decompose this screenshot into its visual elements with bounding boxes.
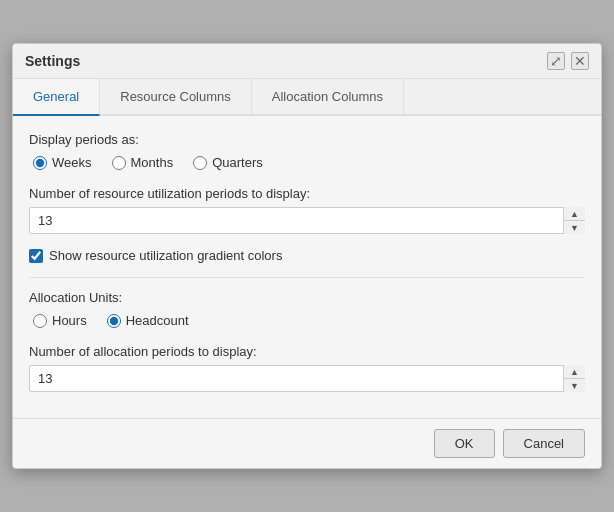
- allocation-periods-label: Number of allocation periods to display:: [29, 344, 585, 359]
- period-radio-months[interactable]: [112, 156, 126, 170]
- allocation-radio-group: Hours Headcount: [33, 313, 585, 328]
- tab-resource-columns[interactable]: Resource Columns: [100, 79, 252, 114]
- close-icon[interactable]: ✕: [571, 52, 589, 70]
- dialog-content: Display periods as: Weeks Months Quarter…: [13, 116, 601, 418]
- allocation-radio-headcount[interactable]: [107, 314, 121, 328]
- allocation-periods-spinner: ▲ ▼: [563, 365, 585, 392]
- dialog-title: Settings: [25, 53, 80, 69]
- titlebar-icons: ⤢ ✕: [547, 52, 589, 70]
- period-radio-group: Weeks Months Quarters: [33, 155, 585, 170]
- display-periods-label: Display periods as:: [29, 132, 585, 147]
- period-label-months: Months: [131, 155, 174, 170]
- resource-periods-decrement[interactable]: ▼: [564, 221, 585, 234]
- allocation-periods-input[interactable]: [29, 365, 585, 392]
- resource-periods-increment[interactable]: ▲: [564, 207, 585, 221]
- tab-bar: General Resource Columns Allocation Colu…: [13, 79, 601, 116]
- allocation-option-hours[interactable]: Hours: [33, 313, 87, 328]
- expand-icon[interactable]: ⤢: [547, 52, 565, 70]
- resource-periods-label: Number of resource utilization periods t…: [29, 186, 585, 201]
- resource-periods-input[interactable]: [29, 207, 585, 234]
- period-option-quarters[interactable]: Quarters: [193, 155, 263, 170]
- allocation-units-label: Allocation Units:: [29, 290, 585, 305]
- allocation-periods-input-wrap: ▲ ▼: [29, 365, 585, 392]
- period-label-weeks: Weeks: [52, 155, 92, 170]
- settings-dialog: Settings ⤢ ✕ General Resource Columns Al…: [12, 43, 602, 469]
- period-radio-weeks[interactable]: [33, 156, 47, 170]
- period-option-weeks[interactable]: Weeks: [33, 155, 92, 170]
- dialog-titlebar: Settings ⤢ ✕: [13, 44, 601, 79]
- period-radio-quarters[interactable]: [193, 156, 207, 170]
- resource-periods-input-wrap: ▲ ▼: [29, 207, 585, 234]
- allocation-label-hours: Hours: [52, 313, 87, 328]
- resource-periods-spinner: ▲ ▼: [563, 207, 585, 234]
- allocation-periods-increment[interactable]: ▲: [564, 365, 585, 379]
- tab-allocation-columns[interactable]: Allocation Columns: [252, 79, 404, 114]
- period-option-months[interactable]: Months: [112, 155, 174, 170]
- gradient-label: Show resource utilization gradient color…: [49, 248, 282, 263]
- dialog-footer: OK Cancel: [13, 418, 601, 468]
- gradient-checkbox-row: Show resource utilization gradient color…: [29, 248, 585, 263]
- ok-button[interactable]: OK: [434, 429, 495, 458]
- section-divider: [29, 277, 585, 278]
- allocation-label-headcount: Headcount: [126, 313, 189, 328]
- allocation-option-headcount[interactable]: Headcount: [107, 313, 189, 328]
- period-label-quarters: Quarters: [212, 155, 263, 170]
- allocation-periods-decrement[interactable]: ▼: [564, 379, 585, 392]
- tab-general[interactable]: General: [13, 79, 100, 116]
- gradient-checkbox[interactable]: [29, 249, 43, 263]
- cancel-button[interactable]: Cancel: [503, 429, 585, 458]
- allocation-radio-hours[interactable]: [33, 314, 47, 328]
